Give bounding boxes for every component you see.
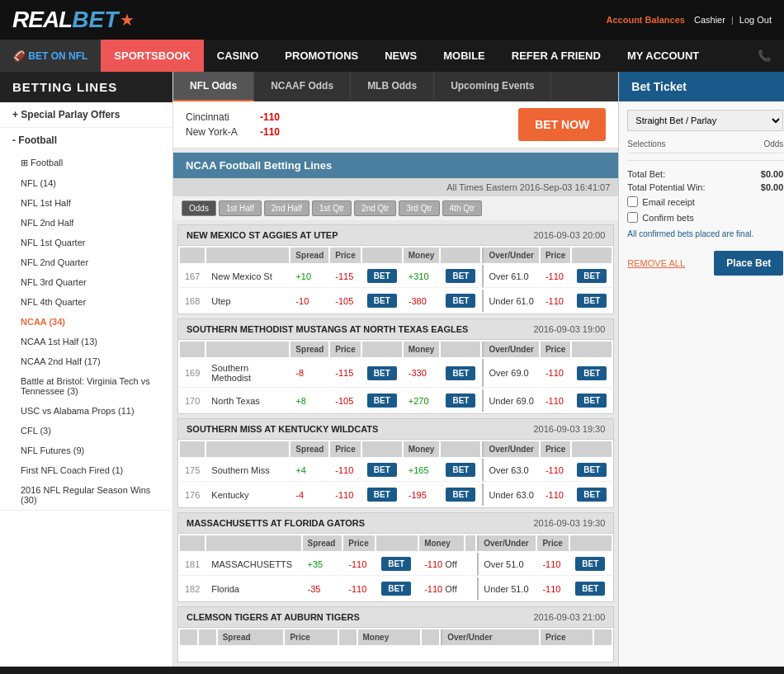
spread-bet-cell[interactable]: BET	[376, 553, 418, 576]
spread-cell: -35	[303, 577, 342, 600]
remove-all-link[interactable]: REMOVE ALL	[627, 258, 685, 268]
ou-bet-cell[interactable]: BET	[572, 483, 612, 506]
bet-button[interactable]: BET	[367, 294, 397, 308]
bet-now-button[interactable]: BET NOW	[518, 108, 606, 141]
tab-ncaaf-odds[interactable]: NCAAF Odds	[254, 72, 351, 101]
nav-promotions[interactable]: PROMOTIONS	[272, 40, 371, 72]
bet-button[interactable]: BET	[577, 366, 607, 380]
money-bet-cell[interactable]: BET	[441, 459, 480, 482]
sidebar-item-football-main[interactable]: ⊞ Football	[0, 153, 172, 173]
bet-button[interactable]: BET	[575, 582, 605, 596]
odds-btn-1sthalf[interactable]: 1st Half	[219, 200, 262, 216]
money-bet-cell[interactable]: BET	[441, 265, 480, 288]
bet-button[interactable]: BET	[575, 557, 605, 571]
sidebar-item-nfl-2q[interactable]: NFL 2nd Quarter	[0, 252, 172, 272]
spread-bet-cell[interactable]: BET	[362, 290, 402, 312]
nav-casino[interactable]: CASINO	[204, 40, 272, 72]
bet-button[interactable]: BET	[367, 269, 397, 283]
money-bet-cell[interactable]: BET	[441, 290, 480, 312]
sidebar-item-cfl[interactable]: CFL (3)	[0, 421, 172, 441]
nav-news[interactable]: NEWS	[371, 40, 430, 72]
money-cell: -330	[404, 359, 440, 388]
place-bet-button[interactable]: Place Bet	[714, 251, 783, 276]
cashier-link[interactable]: Cashier	[694, 15, 725, 25]
bet-button[interactable]: BET	[446, 366, 475, 380]
tab-mlb-odds[interactable]: MLB Odds	[351, 72, 434, 101]
bet-button[interactable]: BET	[367, 394, 397, 408]
spread-bet-cell[interactable]: BET	[362, 359, 402, 388]
money-bet-cell[interactable]: BET	[441, 483, 480, 506]
bet-button[interactable]: BET	[367, 463, 397, 477]
col-spread-bet	[362, 441, 402, 457]
tab-upcoming[interactable]: Upcoming Events	[434, 72, 551, 101]
bet-button[interactable]: BET	[446, 269, 475, 283]
team-name-cell: Kentucky	[206, 483, 289, 506]
ou-bet-cell[interactable]: BET	[572, 389, 612, 412]
bet-button[interactable]: BET	[577, 294, 607, 308]
special-parlay-header[interactable]: + Special Parlay Offers	[0, 102, 172, 127]
odds-btn-2ndqtr[interactable]: 2nd Qtr	[354, 200, 396, 216]
col-spread-bet	[339, 629, 357, 645]
sidebar-item-nfl-2h[interactable]: NFL 2nd Half	[0, 213, 172, 233]
ou-bet-cell[interactable]: BET	[572, 459, 612, 482]
nav-bet-on-nfl[interactable]: 🏈 BET ON NFL	[0, 40, 101, 72]
confirm-bets-checkbox[interactable]	[627, 212, 638, 223]
spread-bet-cell[interactable]: BET	[362, 459, 402, 482]
spread-bet-cell[interactable]: BET	[376, 577, 418, 600]
sidebar-item-ncaa[interactable]: NCAA (34)	[0, 312, 172, 332]
sidebar-item-nfl-1h[interactable]: NFL 1st Half	[0, 193, 172, 213]
bet-button[interactable]: BET	[446, 488, 475, 502]
spread-price-cell: -110	[330, 483, 360, 506]
sidebar-item-nfl-3q[interactable]: NFL 3rd Quarter	[0, 272, 172, 292]
bet-button[interactable]: BET	[577, 488, 607, 502]
bet-button[interactable]: BET	[446, 294, 475, 308]
ou-bet-cell[interactable]: BET	[572, 359, 612, 388]
sidebar-item-usc-alabama[interactable]: USC vs Alabama Props (11)	[0, 401, 172, 421]
money-bet-cell[interactable]: BET	[441, 389, 480, 412]
sidebar-item-nfl-4q[interactable]: NFL 4th Quarter	[0, 292, 172, 312]
sidebar-item-season-wins[interactable]: 2016 NFL Regular Season Wins (30)	[0, 480, 172, 510]
odds-btn-1stqtr[interactable]: 1st Qtr	[312, 200, 352, 216]
odds-btn-odds[interactable]: Odds	[182, 200, 216, 216]
tab-nfl-odds[interactable]: NFL Odds	[173, 72, 254, 101]
bet-button[interactable]: BET	[577, 269, 607, 283]
bet-button[interactable]: BET	[381, 557, 411, 571]
sidebar-item-nfl-futures[interactable]: NFL Futures (9)	[0, 441, 172, 460]
bet-button[interactable]: BET	[446, 394, 475, 408]
col-ou-bet	[594, 629, 612, 645]
nav-mobile[interactable]: MOBILE	[430, 40, 498, 72]
money-bet-cell[interactable]: BET	[441, 359, 480, 388]
odds-filter-buttons: Odds 1st Half 2nd Half 1st Qtr 2nd Qtr 3…	[173, 196, 618, 220]
bet-button[interactable]: BET	[577, 463, 607, 477]
bet-button[interactable]: BET	[367, 488, 397, 502]
spread-bet-cell[interactable]: BET	[362, 389, 402, 412]
football-section-header[interactable]: - Football	[0, 128, 172, 153]
ou-bet-cell[interactable]: BET	[572, 265, 612, 288]
odds-btn-2ndhalf[interactable]: 2nd Half	[264, 200, 309, 216]
ou-bet-cell[interactable]: BET	[570, 553, 612, 576]
nav-account[interactable]: MY ACCOUNT	[614, 40, 712, 72]
odds-btn-3rdqtr[interactable]: 3rd Qtr	[399, 200, 439, 216]
bet-button[interactable]: BET	[367, 366, 397, 380]
nav-refer[interactable]: REFER A FRIEND	[498, 40, 614, 72]
spread-bet-cell[interactable]: BET	[362, 483, 402, 506]
ou-bet-cell[interactable]: BET	[570, 577, 612, 600]
sidebar-item-nfl[interactable]: NFL (14)	[0, 173, 172, 193]
logout-link[interactable]: Log Out	[739, 15, 772, 25]
sidebar-item-ncaa-2h[interactable]: NCAA 2nd Half (17)	[0, 351, 172, 371]
email-receipt-checkbox[interactable]	[627, 196, 638, 207]
ou-price-cell: -110	[541, 359, 570, 388]
sidebar-item-bristol[interactable]: Battle at Bristol: Virginia Tech vs Tenn…	[0, 371, 172, 401]
bet-type-select[interactable]: Straight Bet / Parlay	[627, 110, 783, 131]
spread-bet-cell[interactable]: BET	[362, 265, 402, 288]
sidebar-item-nfl-1q[interactable]: NFL 1st Quarter	[0, 233, 172, 252]
sidebar-item-first-coach[interactable]: First NFL Coach Fired (1)	[0, 460, 172, 480]
sidebar-item-ncaa-1h[interactable]: NCAA 1st Half (13)	[0, 332, 172, 351]
nav-phone[interactable]: 📞	[744, 40, 784, 72]
nav-sportsbook[interactable]: SPORTSBOOK	[101, 40, 203, 72]
ou-bet-cell[interactable]: BET	[572, 290, 612, 312]
bet-button[interactable]: BET	[577, 394, 607, 408]
bet-button[interactable]: BET	[381, 582, 411, 596]
odds-btn-4thqtr[interactable]: 4th Qtr	[442, 200, 483, 216]
bet-button[interactable]: BET	[446, 463, 475, 477]
